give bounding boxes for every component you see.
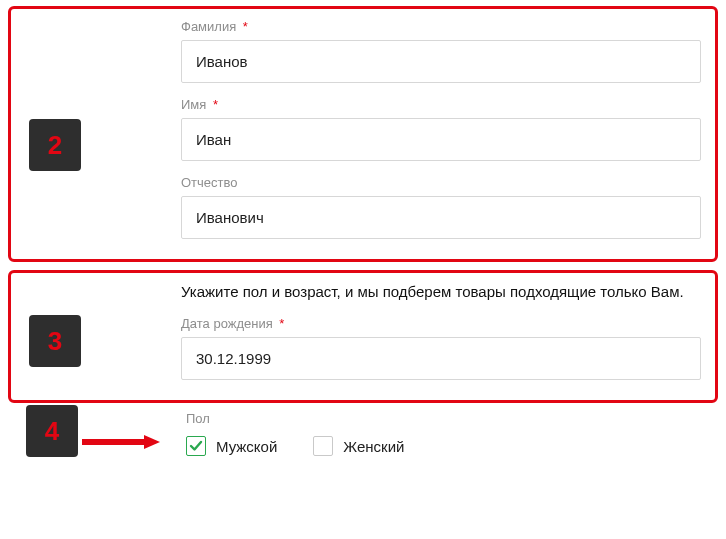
section-gender: 4 Пол Мужской Женский	[8, 411, 718, 456]
label-dob-text: Дата рождения	[181, 316, 273, 331]
label-gender: Пол	[186, 411, 718, 426]
label-firstname-text: Имя	[181, 97, 206, 112]
checkbox-male-box	[186, 436, 206, 456]
label-dob: Дата рождения *	[181, 316, 701, 331]
checkbox-female-box	[313, 436, 333, 456]
group-patronymic: Отчество	[181, 175, 701, 239]
label-firstname: Имя *	[181, 97, 701, 112]
group-firstname: Имя *	[181, 97, 701, 161]
required-mark: *	[213, 97, 218, 112]
input-patronymic[interactable]	[181, 196, 701, 239]
section-name: 2 Фамилия * Имя * Отчество	[8, 6, 718, 262]
gender-options: Мужской Женский	[186, 436, 718, 456]
group-lastname: Фамилия *	[181, 19, 701, 83]
input-lastname[interactable]	[181, 40, 701, 83]
step-badge-2: 2	[29, 119, 81, 171]
section-dob: 3 Укажите пол и возраст, и мы подберем т…	[8, 270, 718, 403]
required-mark: *	[279, 316, 284, 331]
label-lastname-text: Фамилия	[181, 19, 236, 34]
group-dob: Дата рождения *	[181, 316, 701, 380]
instruction-text: Укажите пол и возраст, и мы подберем тов…	[181, 283, 701, 300]
check-male-label: Мужской	[216, 438, 277, 455]
label-patronymic: Отчество	[181, 175, 701, 190]
step-badge-4: 4	[26, 405, 78, 457]
label-lastname: Фамилия *	[181, 19, 701, 34]
label-patronymic-text: Отчество	[181, 175, 238, 190]
required-mark: *	[243, 19, 248, 34]
input-firstname[interactable]	[181, 118, 701, 161]
check-female-label: Женский	[343, 438, 404, 455]
step-badge-3: 3	[29, 315, 81, 367]
arrow-icon	[82, 435, 160, 449]
svg-marker-1	[144, 435, 160, 449]
input-dob[interactable]	[181, 337, 701, 380]
section-name-inner: Фамилия * Имя * Отчество	[11, 9, 715, 259]
section-dob-inner: Укажите пол и возраст, и мы подберем тов…	[11, 273, 715, 400]
check-female[interactable]: Женский	[313, 436, 404, 456]
check-icon	[189, 439, 203, 453]
check-male[interactable]: Мужской	[186, 436, 277, 456]
